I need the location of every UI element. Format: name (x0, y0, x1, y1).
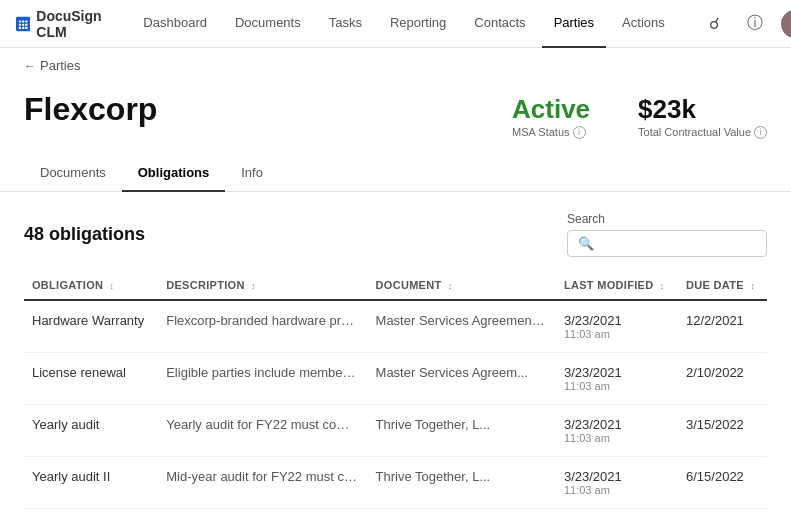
search-button[interactable]: ☌ (701, 10, 729, 38)
content-area: 48 obligations Search 🔍 Obligation ↕ Des… (0, 192, 791, 516)
svg-rect-7 (19, 26, 21, 28)
svg-rect-2 (22, 20, 24, 22)
contractual-value-stat: $23k Total Contractual Value i (638, 95, 767, 139)
cell-obligation-1: License renewal (24, 352, 158, 404)
cell-due-date-4: 7/25/2022 (678, 508, 767, 516)
sort-icon-due-date: ↕ (750, 281, 755, 291)
cell-obligation-3: Yearly audit II (24, 456, 158, 508)
user-avatar[interactable]: U (781, 10, 791, 38)
table-row[interactable]: License renewal Eligible parties include… (24, 352, 767, 404)
tab-documents[interactable]: Documents (24, 155, 122, 192)
table-row[interactable]: Staggered Delivery Delivery patterns may… (24, 508, 767, 516)
cell-document-3: Thrive Together, L... (368, 456, 556, 508)
tab-obligations[interactable]: Obligations (122, 155, 226, 192)
help-button[interactable]: ⓘ (741, 10, 769, 38)
table-row[interactable]: Hardware Warranty Flexcorp-branded hardw… (24, 300, 767, 353)
header-stats: Active MSA Status i $23k Total Contractu… (512, 91, 767, 139)
nav-links: Dashboard Documents Tasks Reporting Cont… (131, 0, 676, 48)
svg-rect-4 (19, 23, 21, 25)
nav-icons: ☌ ⓘ U (701, 10, 791, 38)
cell-document-0: Master Services Agreement–... (368, 300, 556, 353)
cell-due-date-0: 12/2/2021 (678, 300, 767, 353)
sort-icon-description: ↕ (251, 281, 256, 291)
table-body: Hardware Warranty Flexcorp-branded hardw… (24, 300, 767, 516)
search-area: Search 🔍 (567, 212, 767, 257)
content-header: 48 obligations Search 🔍 (24, 212, 767, 257)
search-input[interactable] (600, 236, 756, 251)
app-logo[interactable]: DocuSign CLM (16, 8, 107, 40)
col-description[interactable]: Description ↕ (158, 269, 367, 300)
cell-obligation-0: Hardware Warranty (24, 300, 158, 353)
cell-last-modified-3: 3/23/2021 11:03 am (556, 456, 678, 508)
status-stat: Active MSA Status i (512, 95, 590, 139)
svg-rect-5 (22, 23, 24, 25)
cell-obligation-2: Yearly audit (24, 404, 158, 456)
table-header: Obligation ↕ Description ↕ Document ↕ La… (24, 269, 767, 300)
search-box: 🔍 (567, 230, 767, 257)
nav-documents[interactable]: Documents (223, 0, 313, 48)
status-value: Active (512, 95, 590, 124)
search-icon: 🔍 (578, 236, 594, 251)
sort-icon-obligation: ↕ (110, 281, 115, 291)
breadcrumb-back-button[interactable]: ← Parties (24, 58, 80, 73)
cell-document-2: Thrive Together, L... (368, 404, 556, 456)
nav-actions[interactable]: Actions (610, 0, 677, 48)
obligations-table: Obligation ↕ Description ↕ Document ↕ La… (24, 269, 767, 516)
nav-dashboard[interactable]: Dashboard (131, 0, 219, 48)
cell-due-date-2: 3/15/2022 (678, 404, 767, 456)
svg-rect-8 (22, 26, 24, 28)
cell-due-date-3: 6/15/2022 (678, 456, 767, 508)
sort-icon-last-modified: ↕ (660, 281, 665, 291)
table-row[interactable]: Yearly audit II Mid-year audit for FY22 … (24, 456, 767, 508)
navbar: DocuSign CLM Dashboard Documents Tasks R… (0, 0, 791, 48)
cell-description-1: Eligible parties include members of the … (158, 352, 367, 404)
cell-obligation-4: Staggered Delivery (24, 508, 158, 516)
cell-description-0: Flexcorp-branded hardware products purch… (158, 300, 367, 353)
cell-last-modified-4: 3/23/2021 11:03 am (556, 508, 678, 516)
tab-info[interactable]: Info (225, 155, 279, 192)
docusign-logo-icon (16, 14, 30, 34)
sort-icon-document: ↕ (448, 281, 453, 291)
search-label: Search (567, 212, 767, 226)
obligations-count: 48 obligations (24, 224, 145, 245)
col-last-modified[interactable]: Last Modified ↕ (556, 269, 678, 300)
status-label: MSA Status i (512, 126, 590, 139)
cell-description-3: Mid-year audit for FY22 must commence on… (158, 456, 367, 508)
cell-document-1: Master Services Agreem... (368, 352, 556, 404)
svg-rect-3 (25, 20, 27, 22)
contractual-info-icon[interactable]: i (754, 126, 767, 139)
nav-tasks[interactable]: Tasks (317, 0, 374, 48)
col-document[interactable]: Document ↕ (368, 269, 556, 300)
breadcrumb-label: Parties (40, 58, 80, 73)
page-title: Flexcorp (24, 91, 157, 128)
cell-description-4: Delivery patterns may be subject to requ… (158, 508, 367, 516)
contractual-label: Total Contractual Value i (638, 126, 767, 139)
table-row[interactable]: Yearly audit Yearly audit for FY22 must … (24, 404, 767, 456)
cell-last-modified-2: 3/23/2021 11:03 am (556, 404, 678, 456)
col-due-date[interactable]: Due Date ↕ (678, 269, 767, 300)
page-header: Flexcorp Active MSA Status i $23k Total … (0, 83, 791, 155)
svg-rect-6 (25, 23, 27, 25)
svg-rect-9 (25, 26, 27, 28)
svg-rect-1 (19, 20, 21, 22)
cell-due-date-1: 2/10/2022 (678, 352, 767, 404)
status-info-icon[interactable]: i (573, 126, 586, 139)
cell-document-4: Flexcorp Master Services Ag... (368, 508, 556, 516)
cell-last-modified-0: 3/23/2021 11:03 am (556, 300, 678, 353)
contractual-value: $23k (638, 95, 767, 124)
back-arrow-icon: ← (24, 59, 36, 73)
cell-last-modified-1: 3/23/2021 11:03 am (556, 352, 678, 404)
col-obligation[interactable]: Obligation ↕ (24, 269, 158, 300)
app-name: DocuSign CLM (36, 8, 107, 40)
nav-reporting[interactable]: Reporting (378, 0, 458, 48)
tabs: Documents Obligations Info (0, 155, 791, 192)
cell-description-2: Yearly audit for FY22 must commenceon or… (158, 404, 367, 456)
nav-contacts[interactable]: Contacts (462, 0, 537, 48)
breadcrumb: ← Parties (0, 48, 791, 83)
nav-parties[interactable]: Parties (542, 0, 606, 48)
